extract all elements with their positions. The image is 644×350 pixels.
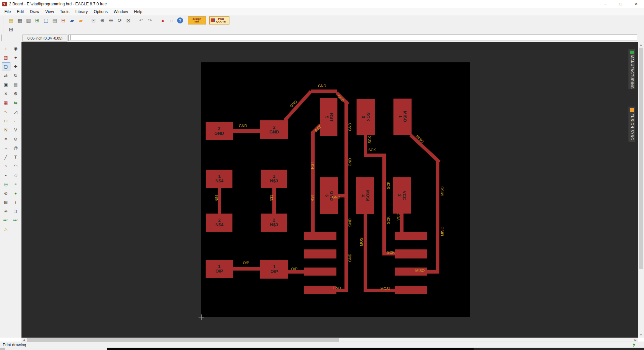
tool-autorouter[interactable]: ⇉ — [11, 207, 20, 215]
menu-view[interactable]: View — [42, 9, 57, 15]
tool-pin-array[interactable]: ⊙ — [11, 135, 20, 143]
undo-icon[interactable]: ↶ — [137, 16, 146, 24]
tool-show[interactable]: ◉ — [11, 44, 20, 52]
tool-arc[interactable]: ◠ — [11, 162, 20, 170]
schematic-chip-icon[interactable]: ▰ — [68, 16, 76, 24]
zoom-select-icon[interactable]: ⊠ — [124, 16, 133, 24]
tool-smash[interactable]: ✶ — [2, 135, 10, 143]
tool-delete[interactable]: ✕ — [2, 90, 10, 98]
pad-op[interactable]: 1 O/P — [260, 260, 288, 279]
tool-circle[interactable]: ○ — [2, 162, 10, 170]
trace-gnd[interactable] — [311, 90, 337, 93]
tool-mark[interactable]: + — [11, 53, 20, 61]
menu-edit[interactable]: Edit — [14, 9, 27, 15]
tool-value[interactable]: V — [11, 126, 20, 134]
smd-pad[interactable] — [304, 286, 336, 294]
menu-help[interactable]: Help — [131, 9, 146, 15]
tool-array[interactable]: ⊞ — [2, 198, 10, 206]
tool-pad[interactable]: ● — [11, 189, 20, 197]
tool-ratsnest[interactable]: ✳ — [2, 207, 10, 215]
open-file-icon[interactable]: ▤ — [7, 16, 15, 24]
close-button[interactable]: ✕ — [629, 0, 644, 8]
tool-wire[interactable]: ╱ — [2, 153, 10, 161]
tool-move[interactable]: ✚ — [11, 62, 20, 70]
tool-mirror[interactable]: ⇄ — [2, 71, 10, 79]
trace-rst[interactable] — [311, 131, 315, 232]
vertical-scrollbar[interactable]: ▲ ▼ — [638, 42, 644, 338]
pcb-quote-button[interactable]: PCB QUOTE — [209, 16, 229, 24]
tool-errors[interactable]: ⚠ — [2, 225, 10, 233]
tool-name[interactable]: N — [2, 126, 10, 134]
menu-draw[interactable]: Draw — [27, 9, 42, 15]
tool-polygon[interactable]: ◇ — [11, 171, 20, 179]
pad-n3[interactable]: 2 N$3 — [261, 214, 287, 232]
tool-info[interactable]: i — [2, 44, 10, 52]
tool-drc[interactable]: DRC — [11, 216, 20, 224]
scroll-down-icon[interactable]: ▼ — [638, 333, 644, 338]
stop-icon[interactable]: ● — [158, 16, 167, 24]
menu-library[interactable]: Library — [72, 9, 91, 15]
maximize-button[interactable]: □ — [613, 0, 629, 8]
tool-paste[interactable]: ▤ — [11, 80, 20, 89]
cam-processor-icon[interactable]: ⊞ — [33, 16, 42, 24]
tool-split[interactable]: ∿ — [2, 108, 10, 116]
tool-copy[interactable]: ▣ — [2, 80, 10, 89]
design-link-button[interactable]: design link — [188, 16, 206, 24]
vertical-scroll-thumb[interactable] — [639, 48, 643, 269]
tool-miter[interactable]: ◿ — [11, 108, 20, 116]
smd-pad[interactable] — [395, 286, 427, 294]
smd-pad[interactable] — [304, 232, 336, 240]
trace-mosi[interactable] — [364, 289, 395, 292]
save-icon[interactable]: ▦ — [15, 16, 24, 24]
trace-o/p[interactable] — [233, 267, 260, 271]
pad-mosi[interactable]: 4 MOSI — [356, 177, 374, 214]
tool-replace[interactable]: ▦ — [2, 99, 10, 107]
tool-route[interactable]: ⌐ — [11, 117, 20, 125]
attributes-table-icon[interactable]: ⊟ — [59, 16, 68, 24]
tool-attribute[interactable]: @ — [11, 144, 20, 152]
zoom-fit-icon[interactable]: ⊡ — [89, 16, 98, 24]
sheet-icon[interactable]: ▤ — [50, 16, 59, 24]
board-chip-icon[interactable]: ▰ — [76, 16, 85, 24]
help-icon[interactable]: ? — [177, 17, 183, 23]
menu-window[interactable]: Window — [111, 9, 131, 15]
tool-text[interactable]: T — [11, 153, 20, 161]
tab-fusion-sync[interactable]: FUSION SYNC — [629, 107, 635, 141]
command-input[interactable] — [68, 35, 637, 41]
trace-sck[interactable] — [364, 135, 367, 155]
pad-sck[interactable]: 3 SCK — [357, 99, 375, 135]
horizontal-scroll-thumb[interactable] — [27, 338, 339, 342]
tab-manufacturing[interactable]: MANUFACTURING — [629, 49, 635, 89]
tool-ratsnest-wrench[interactable]: ⚙ — [11, 90, 20, 98]
trace-miso[interactable] — [427, 270, 439, 274]
smd-pad[interactable] — [304, 268, 336, 276]
tool-meander[interactable]: ≀ — [11, 198, 20, 206]
trace-mosi[interactable] — [364, 214, 367, 292]
pad-gnd[interactable]: 2 GND — [260, 120, 288, 139]
pad-op[interactable]: 1 O/P — [206, 260, 233, 278]
menu-tools[interactable]: Tools — [57, 9, 72, 15]
tool-rect[interactable]: ▪ — [2, 171, 10, 179]
smd-pad[interactable] — [304, 249, 336, 258]
tool-lock[interactable]: ⊓ — [2, 117, 10, 125]
pad-n4[interactable]: 1 N$4 — [206, 170, 232, 188]
scroll-up-icon[interactable]: ▲ — [638, 42, 644, 47]
smd-pad[interactable] — [395, 232, 427, 240]
tool-rotate[interactable]: ↻ — [11, 71, 20, 79]
trace-miso[interactable] — [410, 134, 441, 163]
switch-to-schematic-icon[interactable]: ▢ — [42, 16, 50, 24]
trace-gnd[interactable] — [283, 90, 312, 122]
pad-n3[interactable]: 1 N$3 — [261, 170, 287, 188]
tool-erc[interactable]: ERC — [2, 216, 10, 224]
zoom-in-icon[interactable]: ⊕ — [98, 16, 107, 24]
tool-select-group[interactable]: ▢ — [2, 62, 10, 70]
print-icon[interactable]: ▥ — [24, 16, 33, 24]
pad-miso[interactable]: 1 MISO — [393, 99, 412, 135]
editor-canvas[interactable]: 2 GND2 GND5 RST3 SCK1 MISO1 N$41 N$36 GN… — [21, 42, 638, 338]
tool-via[interactable]: ◎ — [2, 180, 10, 188]
tool-dimension[interactable]: ↔ — [2, 144, 10, 152]
minimize-button[interactable]: – — [598, 0, 613, 8]
trace-gnd[interactable] — [233, 129, 260, 133]
trace-miso[interactable] — [436, 161, 439, 273]
run-icon[interactable]: ◌ — [167, 16, 176, 24]
